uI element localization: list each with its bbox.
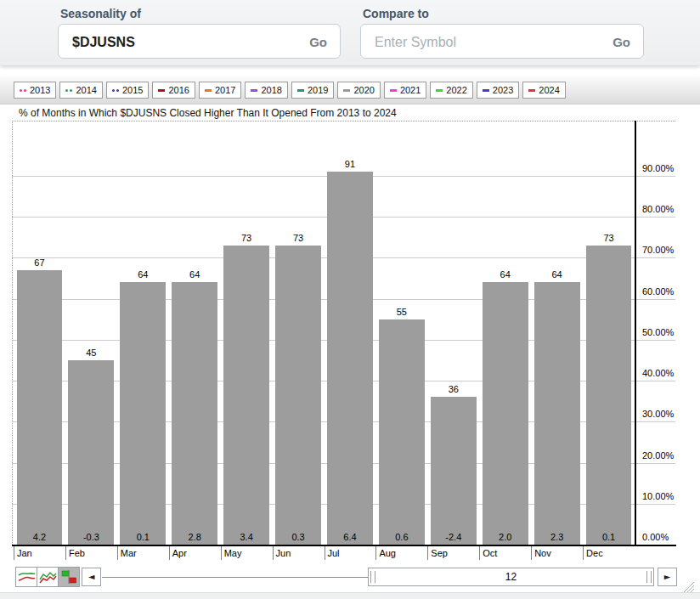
bar-mar (120, 282, 166, 545)
month-tick (583, 545, 584, 560)
symbol-input[interactable] (71, 25, 286, 59)
bar-change-label: -0.3 (65, 532, 117, 543)
bar-sep (431, 397, 477, 545)
plot-top-border (12, 121, 675, 121)
x-axis-label-jul: Jul (328, 548, 340, 558)
seasonality-chart: 2013201420152016201720182019202020212022… (0, 70, 700, 592)
histogram-icon-button[interactable] (58, 567, 80, 587)
symbol-go-button[interactable]: Go (309, 34, 327, 48)
y-axis-label: 50.00% (642, 327, 689, 338)
x-axis-label-jun: Jun (276, 548, 291, 558)
bar-value-label: 73 (221, 233, 273, 244)
compare-symbol-input[interactable] (373, 25, 589, 59)
jagged-line-chart-icon (38, 569, 57, 585)
x-axis-label-apr: Apr (172, 548, 187, 558)
compare-field: Compare to Go (360, 5, 644, 59)
bar-change-label: 6.4 (325, 532, 376, 543)
bar-value-label: 55 (375, 307, 427, 318)
month-tick (427, 545, 428, 560)
plot-left-border (12, 121, 13, 545)
bar-may (223, 246, 269, 545)
bar-aug (379, 319, 425, 545)
y-axis-label: 0.00% (642, 532, 689, 543)
bar-jan (17, 270, 63, 545)
bar-value-label: 45 (65, 348, 117, 359)
month-tick (531, 545, 532, 560)
y-axis-label: 90.00% (642, 163, 689, 174)
bar-change-label: 4.2 (14, 532, 65, 543)
x-axis-label-mar: Mar (121, 548, 137, 558)
month-tick (221, 545, 222, 560)
bar-value-label: 64 (117, 269, 169, 280)
x-axis-label-aug: Aug (379, 548, 396, 558)
bar-change-label: -2.4 (427, 532, 479, 543)
x-axis-label-feb: Feb (69, 548, 85, 558)
bar-apr (172, 282, 217, 545)
month-tick (325, 545, 325, 560)
y-axis-label: 80.00% (642, 204, 689, 215)
month-tick (65, 545, 66, 560)
bar-change-label: 2.8 (169, 532, 221, 543)
smooth-line-chart-icon (17, 569, 36, 585)
x-axis-label-dec: Dec (586, 548, 603, 558)
scroll-left-button[interactable]: ◄ (82, 568, 101, 586)
x-axis-label-nov: Nov (534, 548, 551, 558)
bar-jul (327, 172, 373, 545)
month-tick (14, 545, 14, 560)
range-slider[interactable]: 12 (368, 568, 654, 586)
compare-to-label: Compare to (363, 7, 644, 20)
y-axis-line (635, 121, 636, 545)
y-axis-label: 20.00% (642, 450, 689, 461)
month-tick (169, 545, 170, 560)
y-axis-label: 10.00% (642, 491, 689, 502)
bar-oct (483, 282, 528, 545)
bar-change-label: 3.4 (221, 532, 273, 543)
x-axis-label-oct: Oct (483, 548, 497, 558)
bar-value-label: 73 (583, 233, 635, 244)
y-axis-label: 30.00% (642, 409, 689, 420)
bar-value-label: 73 (273, 233, 325, 244)
plot-area: 0.00%10.00%20.00%30.00%40.00%50.00%60.00… (0, 70, 700, 592)
histogram-icon (59, 569, 78, 585)
jagged-line-chart-icon-button[interactable] (37, 567, 59, 587)
bar-value-label: 64 (169, 269, 221, 280)
bar-nov (534, 282, 580, 545)
bar-change-label: 0.1 (117, 532, 169, 543)
bar-jun (275, 246, 321, 545)
x-axis-label-sep: Sep (431, 548, 448, 558)
compare-input-box: Go (360, 24, 644, 59)
scroll-right-button[interactable]: ► (658, 568, 677, 586)
zero-axis-line (12, 545, 676, 546)
month-tick (375, 545, 376, 560)
page-bottom-strip (0, 592, 700, 599)
smooth-line-chart-icon-button[interactable] (15, 567, 37, 587)
compare-go-button[interactable]: Go (612, 34, 630, 48)
slider-value: 12 (369, 571, 653, 583)
symbol-input-box: Go (58, 24, 341, 59)
y-axis-label: 60.00% (642, 286, 689, 297)
bar-dec (586, 246, 632, 545)
resize-handle-icon[interactable] (680, 579, 695, 593)
slider-track (102, 577, 368, 578)
y-axis-label: 70.00% (642, 245, 689, 256)
bar-change-label: 2.3 (531, 532, 583, 543)
bar-change-label: 2.0 (479, 532, 531, 543)
bar-value-label: 91 (325, 159, 376, 170)
bar-change-label: 0.1 (583, 532, 635, 543)
seasonality-field: Seasonality of Go (58, 5, 341, 59)
bar-change-label: 0.6 (375, 532, 427, 543)
x-axis-label-may: May (224, 548, 242, 558)
bar-value-label: 64 (479, 269, 531, 280)
bar-value-label: 67 (14, 257, 65, 268)
y-axis-label: 40.00% (642, 368, 689, 379)
month-tick (273, 545, 274, 560)
month-tick (117, 545, 118, 560)
bar-feb (68, 360, 114, 545)
seasonality-of-label: Seasonality of (60, 7, 341, 20)
x-axis-label-jan: Jan (17, 548, 32, 558)
month-tick (479, 545, 480, 560)
bar-value-label: 64 (531, 269, 583, 280)
symbol-entry-header: Seasonality of Go Compare to Go (0, 0, 700, 65)
bar-value-label: 36 (427, 384, 479, 395)
bar-change-label: 0.3 (273, 532, 325, 543)
